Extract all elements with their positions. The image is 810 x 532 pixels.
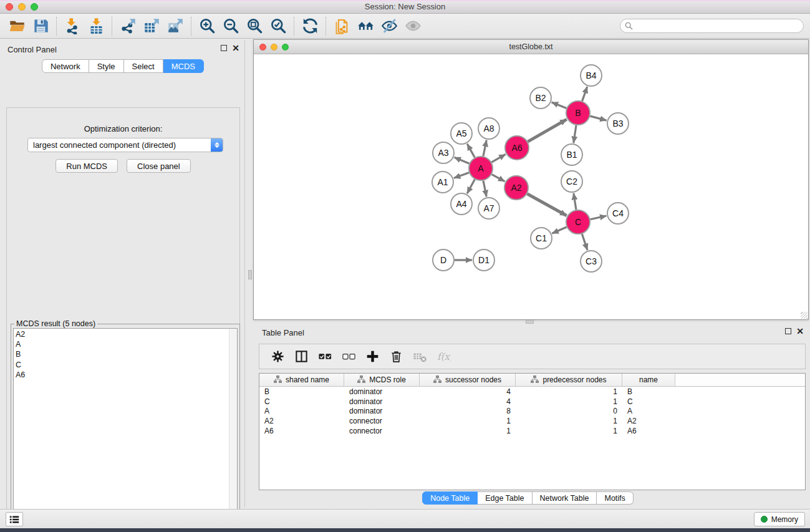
control-panel-float-icon[interactable]: [221, 45, 227, 51]
zoom-in-icon[interactable]: [195, 16, 219, 37]
mcds-result-item[interactable]: B: [16, 349, 237, 359]
graph-edge-b-b2[interactable]: [552, 102, 567, 109]
column-header-name[interactable]: name: [622, 374, 675, 386]
tab-node-table[interactable]: Node Table: [422, 491, 478, 505]
select-all-columns-icon[interactable]: [313, 346, 337, 367]
apply-layout-icon[interactable]: [298, 16, 322, 37]
network-canvas[interactable]: B4B2BB3A8A5A6A3B1AA1C2A2A4A7C4CC1C3DD1: [254, 54, 808, 319]
graph-node-a6[interactable]: A6: [505, 136, 529, 160]
hide-selected-icon[interactable]: [377, 16, 401, 37]
resize-grip-icon[interactable]: [801, 312, 808, 319]
import-network-icon[interactable]: [60, 16, 84, 37]
graph-edge-b-b4[interactable]: [582, 87, 587, 101]
tab-edge-table[interactable]: Edge Table: [478, 491, 532, 505]
close-panel-button[interactable]: Close panel: [127, 159, 191, 173]
tab-mcds[interactable]: MCDS: [163, 59, 204, 73]
graph-edge-a-a1[interactable]: [454, 173, 469, 178]
column-header-successor-nodes[interactable]: successor nodes: [420, 374, 516, 386]
table-cell[interactable]: 8: [420, 407, 516, 415]
graph-node-a7[interactable]: A7: [478, 198, 499, 219]
column-header-shared-name[interactable]: shared name: [259, 374, 344, 386]
graph-node-c[interactable]: C: [566, 210, 590, 234]
graph-node-a2[interactable]: A2: [504, 176, 528, 200]
table-cell[interactable]: dominator: [344, 387, 420, 396]
table-cell[interactable]: 0: [516, 407, 622, 415]
table-cell[interactable]: A2: [622, 417, 675, 425]
table-panel-float-icon[interactable]: [785, 328, 791, 334]
task-history-button[interactable]: [6, 512, 23, 526]
delete-columns-icon[interactable]: [384, 346, 408, 367]
column-header-mcds-role[interactable]: MCDS role: [344, 374, 420, 386]
graph-node-c3[interactable]: C3: [581, 251, 602, 272]
tab-network[interactable]: Network: [42, 59, 89, 73]
graph-node-b3[interactable]: B3: [607, 113, 629, 134]
table-cell[interactable]: 4: [420, 397, 516, 406]
graph-node-a4[interactable]: A4: [451, 193, 472, 215]
network-window-titlebar[interactable]: testGlobe.txt: [254, 40, 808, 54]
graph-edge-b-b1[interactable]: [574, 125, 576, 143]
graph-edge-a-a8[interactable]: [483, 140, 486, 157]
table-cell[interactable]: B: [622, 387, 675, 396]
table-cell[interactable]: 4: [420, 387, 516, 396]
graph-edge-a-a2[interactable]: [492, 175, 505, 181]
import-table-icon[interactable]: [84, 16, 108, 37]
graph-node-c1[interactable]: C1: [531, 228, 552, 249]
graph-node-c4[interactable]: C4: [607, 203, 629, 224]
table-cell[interactable]: C: [622, 397, 675, 406]
graph-node-b4[interactable]: B4: [581, 65, 602, 86]
zoom-out-icon[interactable]: [219, 16, 243, 37]
graph-node-b2[interactable]: B2: [530, 87, 551, 109]
table-cell[interactable]: 1: [516, 397, 622, 406]
mcds-result-item[interactable]: A: [16, 339, 237, 349]
table-cell[interactable]: A: [622, 407, 675, 415]
graph-edge-c-c3[interactable]: [582, 234, 587, 250]
table-cell[interactable]: 1: [516, 387, 622, 396]
table-cell[interactable]: dominator: [344, 397, 420, 406]
graph-edge-a-a3[interactable]: [455, 157, 470, 163]
control-panel-close-icon[interactable]: ✕: [232, 45, 239, 51]
table-row[interactable]: Cdominator41C: [259, 397, 805, 407]
first-neighbors-icon[interactable]: [354, 16, 377, 37]
table-cell[interactable]: A6: [259, 427, 344, 435]
table-cell[interactable]: A6: [622, 427, 675, 435]
mcds-result-item[interactable]: C: [16, 360, 237, 370]
deselect-all-columns-icon[interactable]: [337, 346, 360, 367]
graph-node-d1[interactable]: D1: [473, 249, 494, 271]
optimization-criterion-select[interactable]: largest connected component (directed): [27, 138, 223, 152]
graph-edge-a-a7[interactable]: [483, 181, 486, 197]
table-cell[interactable]: A2: [259, 417, 344, 425]
export-image-icon[interactable]: [163, 16, 187, 37]
table-cell[interactable]: 1: [420, 417, 516, 425]
graph-node-a8[interactable]: A8: [478, 118, 499, 139]
export-table-icon[interactable]: [140, 16, 163, 37]
graph-edge-a-a5[interactable]: [467, 144, 475, 158]
zoom-fit-icon[interactable]: [243, 16, 266, 37]
graph-node-a3[interactable]: A3: [433, 142, 454, 163]
splitter-handle-left[interactable]: [248, 270, 252, 279]
create-column-icon[interactable]: [360, 346, 384, 367]
tab-select[interactable]: Select: [124, 59, 163, 73]
table-cell[interactable]: 1: [516, 417, 622, 425]
table-options-gear-icon[interactable]: [266, 346, 289, 367]
show-columns-icon[interactable]: [289, 346, 313, 367]
column-header-predecessor-nodes[interactable]: predecessor nodes: [516, 374, 622, 386]
network-from-selection-icon[interactable]: [330, 16, 354, 37]
tab-style[interactable]: Style: [89, 59, 124, 73]
table-row[interactable]: A6connector11A6: [259, 426, 805, 436]
zoom-selected-icon[interactable]: [266, 16, 290, 37]
graph-node-d[interactable]: D: [433, 249, 454, 271]
graph-edge-b-b3[interactable]: [590, 116, 606, 120]
graph-edge-a-a6[interactable]: [491, 154, 505, 162]
scrollbar-track[interactable]: [229, 329, 237, 532]
tab-motifs[interactable]: Motifs: [597, 491, 633, 505]
search-input[interactable]: [620, 19, 804, 33]
graph-node-a1[interactable]: A1: [432, 172, 453, 193]
window-titlebar[interactable]: Session: New Session: [0, 0, 810, 14]
graph-node-b[interactable]: B: [566, 101, 590, 125]
graph-node-a[interactable]: A: [469, 157, 493, 180]
graph-edge-c-c2[interactable]: [574, 193, 576, 210]
table-cell[interactable]: C: [259, 397, 344, 406]
table-cell[interactable]: connector: [344, 417, 420, 425]
table-row[interactable]: A2connector11A2: [259, 416, 805, 426]
graph-node-c2[interactable]: C2: [561, 171, 582, 192]
